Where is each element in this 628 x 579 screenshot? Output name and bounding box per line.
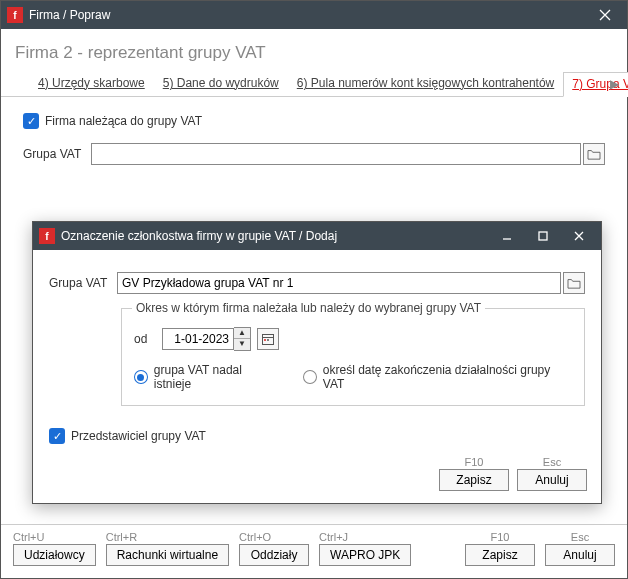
radio-specify-end[interactable]: określ datę zakończenia działalności gru… (303, 363, 572, 391)
period-fieldset: Okres w którym firma należała lub należy… (121, 308, 585, 406)
outer-save-button[interactable]: Zapisz (465, 544, 535, 566)
radio-dot-icon (303, 370, 317, 384)
date-from-input[interactable] (162, 328, 234, 350)
browse-group-button[interactable] (583, 143, 605, 165)
dialog-close-icon[interactable] (561, 222, 597, 250)
shareholders-hint: Ctrl+U (13, 531, 44, 543)
svg-point-3 (267, 339, 269, 341)
dialog-title: Oznaczenie członkostwa firmy w grupie VA… (61, 229, 489, 243)
dialog-save-button[interactable]: Zapisz (439, 469, 509, 491)
dialog-group-label: Grupa VAT (49, 276, 117, 290)
date-from-label: od (134, 332, 162, 346)
calendar-icon[interactable] (257, 328, 279, 350)
close-icon[interactable] (587, 1, 623, 29)
maximize-icon[interactable] (525, 222, 561, 250)
radio-still-exists-label: grupa VAT nadal istnieje (154, 363, 281, 391)
group-label: Grupa VAT (23, 147, 91, 161)
membership-dialog: f Oznaczenie członkostwa firmy w grupie … (32, 221, 602, 504)
app-icon: f (7, 7, 23, 23)
shareholders-button[interactable]: Udziałowcy (13, 544, 96, 566)
virtual-accounts-button[interactable]: Rachunki wirtualne (106, 544, 229, 566)
representative-checkbox-label: Przedstawiciel grupy VAT (71, 429, 206, 443)
outer-footer: Ctrl+U Udziałowcy Ctrl+R Rachunki wirtua… (1, 524, 627, 578)
minimize-icon[interactable] (489, 222, 525, 250)
radio-dot-icon (134, 370, 148, 384)
branches-hint: Ctrl+O (239, 531, 271, 543)
svg-rect-0 (539, 232, 547, 240)
tab-scroll-right-icon[interactable]: ▶ (610, 77, 619, 91)
outer-save-hint: F10 (491, 531, 510, 543)
dialog-app-icon: f (39, 228, 55, 244)
spin-up-icon[interactable]: ▲ (234, 328, 250, 339)
check-icon: ✓ (23, 113, 39, 129)
wapro-jpk-button[interactable]: WAPRO JPK (319, 544, 411, 566)
outer-cancel-hint: Esc (571, 531, 589, 543)
dialog-cancel-hint: Esc (543, 456, 561, 468)
spin-down-icon[interactable]: ▼ (234, 339, 250, 350)
branches-button[interactable]: Oddziały (239, 544, 309, 566)
svg-point-2 (264, 339, 266, 341)
group-input[interactable] (91, 143, 581, 165)
outer-titlebar: f Firma / Popraw (1, 1, 627, 29)
tab-print-data[interactable]: 5) Dane do wydruków (154, 71, 288, 96)
outer-cancel-button[interactable]: Anuluj (545, 544, 615, 566)
dialog-group-input[interactable] (117, 272, 561, 294)
page-title: Firma 2 - reprezentant grupy VAT (15, 43, 613, 63)
period-legend: Okres w którym firma należała lub należy… (132, 301, 485, 315)
virtual-accounts-hint: Ctrl+R (106, 531, 137, 543)
radio-still-exists[interactable]: grupa VAT nadal istnieje (134, 363, 281, 391)
dialog-browse-button[interactable] (563, 272, 585, 294)
check-icon: ✓ (49, 428, 65, 444)
date-from-spinner[interactable]: ▲ ▼ (162, 327, 251, 351)
tab-account-numbers[interactable]: 6) Pula numerów kont księgowych kontrahe… (288, 71, 563, 96)
dialog-cancel-button[interactable]: Anuluj (517, 469, 587, 491)
member-checkbox[interactable]: ✓ Firma należąca do grupy VAT (23, 113, 202, 129)
tab-tax-offices[interactable]: 4) Urzędy skarbowe (29, 71, 154, 96)
window-title: Firma / Popraw (29, 8, 587, 22)
tab-strip: 4) Urzędy skarbowe 5) Dane do wydruków 6… (1, 71, 627, 97)
member-checkbox-label: Firma należąca do grupy VAT (45, 114, 202, 128)
representative-checkbox[interactable]: ✓ Przedstawiciel grupy VAT (49, 428, 585, 444)
wapro-jpk-hint: Ctrl+J (319, 531, 348, 543)
radio-specify-end-label: określ datę zakończenia działalności gru… (323, 363, 572, 391)
dialog-save-hint: F10 (465, 456, 484, 468)
dialog-titlebar: f Oznaczenie członkostwa firmy w grupie … (33, 222, 601, 250)
